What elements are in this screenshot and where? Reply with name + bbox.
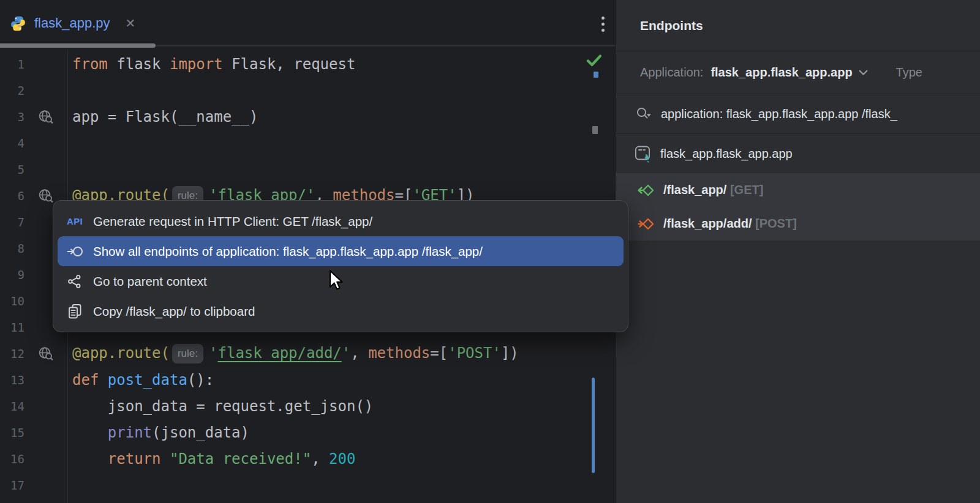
code-line[interactable]: 4 [0,130,615,156]
code-line[interactable]: 12 @app.route(rule:'flask_app/add/', met… [0,340,615,367]
python-file-icon [10,15,26,32]
url-mapping-gutter-icon[interactable] [37,108,55,125]
tab-flask-app-py[interactable]: flask_app.py ✕ [5,7,140,39]
menu-item-label: Generate request in HTTP Client: GET /fl… [93,214,372,229]
tabbar-scrollbar-thumb[interactable] [0,43,156,48]
line-number[interactable]: 8 [0,242,24,255]
search-icon[interactable] [636,106,652,122]
error-stripe-changed-block[interactable] [592,378,595,473]
endpoints-filter-bar: Application: flask_app.flask_app.app Typ… [616,51,980,94]
url-mapping-gutter-icon[interactable] [37,187,55,204]
line-number[interactable]: 15 [0,426,24,439]
menu-item-label: Go to parent context [93,274,207,289]
menu-item-copy-to-clipboard[interactable]: Copy /flask_app/ to clipboard [58,296,624,326]
api-icon: API [66,216,84,226]
parameter-hint: rule: [172,344,203,363]
menu-item-show-all-endpoints[interactable]: Show all endpoints of application: flask… [58,236,624,266]
url-mapping-gutter-icon[interactable] [37,345,55,362]
line-number[interactable]: 10 [0,294,24,308]
parent-context-icon [66,274,84,289]
line-number[interactable]: 4 [0,136,24,150]
line-number[interactable]: 3 [0,110,24,124]
editor-tab-bar: flask_app.py ✕ [0,0,615,51]
line-number[interactable]: 6 [0,189,24,203]
tab-close-icon[interactable]: ✕ [126,16,136,31]
copy-icon [66,304,84,319]
url-link[interactable]: flask_app/add/ [217,345,341,362]
endpoints-tool-window: Endpoints Application: flask_app.flask_a… [615,0,980,503]
application-filter-label: Application: [640,65,703,80]
endpoint-group: /flask_app/ [GET] /flask_app/add/ [POST] [616,173,980,240]
endpoint-method: [GET] [730,183,763,196]
endpoints-header: Endpoints [616,0,980,51]
error-stripe-mark[interactable] [592,126,598,134]
line-number[interactable]: 7 [0,215,24,229]
type-filter-label[interactable]: Type [896,65,922,80]
menu-item-label: Copy /flask_app/ to clipboard [93,304,255,319]
menu-item-generate-request[interactable]: API Generate request in HTTP Client: GET… [58,206,624,236]
code-line[interactable]: 14 json_data = request.get_json() [0,393,615,419]
chevron-down-icon[interactable] [859,70,868,76]
menu-item-label: Show all endpoints of application: flask… [93,244,483,259]
search-query-text[interactable]: application: flask_app.flask_app.app /fl… [661,107,897,121]
application-node-label: flask_app.flask_app.app [660,147,793,161]
inspections-ok-check-icon[interactable] [586,53,602,68]
flask-application-icon [634,144,653,163]
tab-title: flask_app.py [34,15,110,31]
endpoints-tree: flask_app.flask_app.app /flask_app/ [GET… [616,134,980,240]
line-number[interactable]: 1 [0,58,24,71]
endpoint-row-get[interactable]: /flask_app/ [GET] [616,173,980,207]
panel-title: Endpoints [640,18,703,33]
line-number[interactable]: 13 [0,373,24,387]
show-endpoints-icon [66,244,84,259]
tree-application-node[interactable]: flask_app.flask_app.app [616,134,980,173]
code-line[interactable]: 16 return "Data received!", 200 [0,445,615,472]
line-number[interactable]: 12 [0,347,24,360]
endpoint-row-post[interactable]: /flask_app/add/ [POST] [616,207,980,240]
code-line[interactable]: 13 def post_data(): [0,367,615,393]
mouse-cursor [328,270,345,292]
post-endpoint-icon [636,217,655,231]
code-line[interactable]: 2 [0,77,615,103]
code-line[interactable]: 17 [0,472,615,498]
tabbar-divider [156,45,615,47]
endpoint-path: /flask_app/ [663,183,726,196]
ide-window: flask_app.py ✕ 1 from flask import Flask… [0,0,980,503]
endpoint-context-menu: API Generate request in HTTP Client: GET… [53,200,628,332]
code-line[interactable]: 3 app = Flask(__name__) [0,103,615,130]
endpoint-method: [POST] [755,217,797,230]
line-number[interactable]: 16 [0,452,24,466]
line-number[interactable]: 5 [0,163,24,176]
editor-more-options-icon[interactable] [597,17,609,32]
code-line[interactable]: 15 print(json_data) [0,419,615,445]
line-number[interactable]: 9 [0,268,24,281]
code-line[interactable]: 1 from flask import Flask, request [0,51,615,77]
code-line[interactable]: 5 [0,156,615,182]
line-number[interactable]: 2 [0,84,24,97]
line-number[interactable]: 17 [0,479,24,492]
line-number[interactable]: 11 [0,321,24,334]
get-endpoint-icon [636,183,655,198]
endpoint-path: /flask_app/add/ [663,217,752,230]
endpoints-search-field[interactable]: application: flask_app.flask_app.app /fl… [616,94,980,134]
error-stripe-change-mark[interactable] [594,72,598,78]
line-number[interactable]: 14 [0,400,24,413]
application-filter-value[interactable]: flask_app.flask_app.app [710,65,852,80]
